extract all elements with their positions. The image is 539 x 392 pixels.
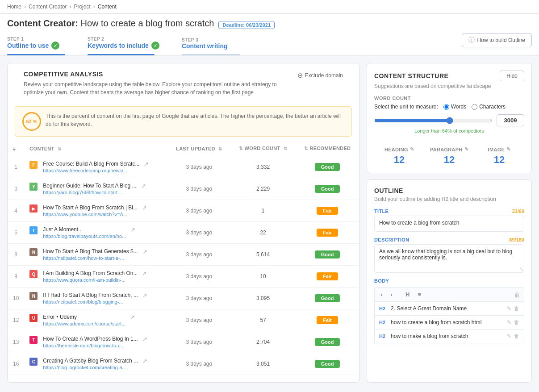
toolbar-forward-button[interactable]: › xyxy=(388,290,394,299)
recommended-cell: Good xyxy=(296,353,359,375)
content-url[interactable]: https://yaro.blog/7698/how-to-start-... xyxy=(43,190,136,195)
toolbar-back-button[interactable]: ‹ xyxy=(378,290,384,299)
outline-row-text: how to create a blog from scratch html xyxy=(391,319,503,325)
external-link-icon[interactable]: ↗ xyxy=(142,248,147,255)
rank-cell: 1 xyxy=(8,156,24,178)
step-3[interactable]: STEP 3 Content writing xyxy=(182,34,240,55)
edit-row-icon[interactable]: ✎ xyxy=(507,305,511,312)
recommended-badge: Good xyxy=(315,294,340,302)
favicon: N xyxy=(29,292,38,300)
words-radio[interactable] xyxy=(443,104,449,110)
external-link-icon[interactable]: ↗ xyxy=(144,161,149,167)
body-label: BODY xyxy=(374,278,524,284)
table-row: 3 Y Beginner Guide: How To Start A Blog … xyxy=(8,178,359,200)
favicon: t xyxy=(29,226,38,234)
image-metric: IMAGE ✎ 12 xyxy=(474,146,524,166)
outline-row-text: how to make a blog from scratch xyxy=(391,333,503,339)
content-url[interactable]: https://themeisle.com/blog/how-to-c... xyxy=(43,343,138,348)
recommended-badge: Good xyxy=(315,338,340,346)
image-edit-icon[interactable]: ✎ xyxy=(506,146,510,152)
step-3-label: STEP 3 xyxy=(182,38,240,42)
measure-row: Select the unit to measure: Words Charac… xyxy=(374,104,524,110)
edit-row-icon[interactable]: ✎ xyxy=(507,319,511,325)
recommended-badge: Fair xyxy=(317,272,338,280)
step-2[interactable]: STEP 2 Keywords to include ✓ xyxy=(88,33,159,55)
delete-row-icon[interactable]: 🗑 xyxy=(514,319,519,325)
content-url[interactable]: https://neilpatel.com/how-to-start-a-... xyxy=(43,255,138,261)
external-link-icon[interactable]: ↗ xyxy=(130,226,135,233)
table-row: 10 N If I Had To Start A Blog From Scrat… xyxy=(8,288,359,309)
word-count-cell: 57 xyxy=(230,309,296,331)
content-title: Error • Udemy xyxy=(43,314,125,320)
content-url[interactable]: https://blog.travelpayouts.com/en/ho... xyxy=(43,234,126,239)
external-link-icon[interactable]: ↗ xyxy=(130,314,135,321)
recommended-cell: Fair xyxy=(296,266,359,288)
exclude-domain-button[interactable]: ⊖ Exclude domain xyxy=(297,71,343,79)
col-content[interactable]: CONTENT ⇅ xyxy=(24,141,167,156)
recommended-cell: Good xyxy=(296,331,359,353)
col-recommended[interactable]: ⇅ RECOMMENDED xyxy=(296,141,359,156)
external-link-icon[interactable]: ↗ xyxy=(142,204,147,211)
words-radio-label[interactable]: Words xyxy=(443,104,466,110)
recommended-cell: Good xyxy=(296,244,359,266)
toolbar-heading-button[interactable]: H xyxy=(403,290,412,299)
step-3-title: Content writing xyxy=(182,42,240,53)
col-updated[interactable]: LAST UPDATED ⇅ xyxy=(168,141,231,156)
resize-handle-icon: ⤡ xyxy=(519,266,524,273)
characters-radio-label[interactable]: Characters xyxy=(472,104,506,110)
breadcrumb-project[interactable]: Project xyxy=(74,4,90,10)
h2-tag: H2 xyxy=(379,334,385,339)
how-to-button[interactable]: ⓘ How to build Outline xyxy=(462,33,532,47)
word-count-slider[interactable] xyxy=(374,117,492,124)
percent-banner: 62 % This is the percent of content on t… xyxy=(15,106,352,137)
table-container[interactable]: # CONTENT ⇅ LAST UPDATED ⇅ ⇅ WORD COUNT … xyxy=(8,141,359,382)
rank-cell: 12 xyxy=(8,309,24,331)
rank-cell: 10 xyxy=(8,288,24,309)
external-link-icon[interactable]: ↗ xyxy=(142,292,147,299)
word-count-input[interactable]: 3009 xyxy=(497,114,524,126)
word-count-cell: 3,095 xyxy=(230,288,296,309)
content-url[interactable]: https://www.udemy.com/course/start... xyxy=(43,321,125,326)
favicon: T xyxy=(29,336,38,344)
word-count-cell: 3,332 xyxy=(230,156,296,178)
cs-description: Suggestions are based on competitive lan… xyxy=(374,83,524,89)
description-textarea[interactable]: As we all know that blogging is not a bi… xyxy=(374,244,524,273)
content-url[interactable]: https://blog.logrocket.com/creating-a-..… xyxy=(43,365,138,370)
edit-row-icon[interactable]: ✎ xyxy=(507,333,511,339)
outline-row-actions: ✎ 🗑 xyxy=(507,319,519,325)
delete-row-icon[interactable]: 🗑 xyxy=(514,305,519,312)
h2-tag: H2 xyxy=(379,306,385,311)
hide-button[interactable]: Hide xyxy=(500,71,524,81)
title-field-value[interactable]: How to create a blog from scratch xyxy=(374,216,524,232)
rank-cell: 8 xyxy=(8,244,24,266)
external-link-icon[interactable]: ↗ xyxy=(142,270,147,277)
favicon: U xyxy=(29,314,38,322)
delete-row-icon[interactable]: 🗑 xyxy=(514,333,519,339)
left-panel: COMPETITIVE ANALYSIS Review your competi… xyxy=(7,63,359,383)
toolbar-delete-icon[interactable]: 🗑 xyxy=(514,291,520,298)
col-wordcount[interactable]: ⇅ WORD COUNT ⇅ xyxy=(230,141,296,156)
breadcrumb-home[interactable]: Home xyxy=(7,4,21,10)
breadcrumb-content-creator[interactable]: Content Creator xyxy=(29,4,67,10)
external-link-icon[interactable]: ↗ xyxy=(141,183,146,189)
content-cell: t Just A Moment... https://blog.travelpa… xyxy=(24,222,167,244)
toolbar-list-button[interactable]: ≡ xyxy=(415,290,423,299)
content-url[interactable]: https://www.youtube.com/watch?v=A... xyxy=(43,212,138,217)
external-link-icon[interactable]: ↗ xyxy=(142,358,147,364)
recommended-cell: Fair xyxy=(296,309,359,331)
characters-label: Characters xyxy=(479,104,506,110)
step-2-label: STEP 2 xyxy=(88,37,159,42)
favicon: F xyxy=(29,161,38,169)
content-url[interactable]: https://www.freecodecamp.org/news/... xyxy=(43,168,139,173)
heading-edit-icon[interactable]: ✎ xyxy=(410,146,414,152)
breadcrumb: Home › Content Creator › Project › Conte… xyxy=(0,0,539,14)
title-field-section: TITLE 33/60 How to create a blog from sc… xyxy=(374,209,524,232)
percent-circle: 62 % xyxy=(22,112,41,131)
step-1[interactable]: STEP 1 Outline to use ✓ xyxy=(7,33,65,55)
content-url[interactable]: https://neilpatel.com/blog/blogging-... xyxy=(43,299,138,304)
characters-radio[interactable] xyxy=(472,104,477,110)
outline-row-text: 2. Select A Great Domain Name xyxy=(391,305,503,312)
external-link-icon[interactable]: ↗ xyxy=(142,336,147,342)
paragraph-edit-icon[interactable]: ✎ xyxy=(464,146,468,152)
content-url[interactable]: https://www.quora.com/I-am-buildin-... xyxy=(43,277,138,283)
